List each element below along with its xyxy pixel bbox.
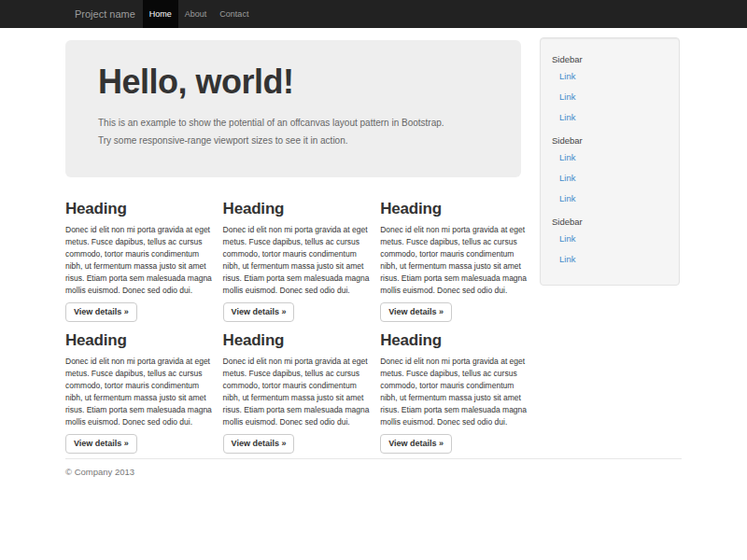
navbar-menu: Home About Contact xyxy=(143,0,256,28)
card-heading: Heading xyxy=(65,199,213,218)
card-heading: Heading xyxy=(380,330,528,350)
brand-link[interactable]: Project name xyxy=(65,0,143,28)
main-column: Hello, world! This is an example to show… xyxy=(65,28,538,454)
nav-item-home[interactable]: Home xyxy=(143,0,178,28)
content-row: Hello, world! This is an example to show… xyxy=(65,28,682,454)
card: Heading Donec id elit non mi porta gravi… xyxy=(65,177,223,322)
nav-item-contact[interactable]: Contact xyxy=(213,0,255,28)
sidebar-link[interactable]: Link xyxy=(552,66,668,87)
page-container: Hello, world! This is an example to show… xyxy=(65,28,682,484)
cards-row-2: Heading Donec id elit non mi porta gravi… xyxy=(65,322,538,454)
page-title: Hello, world! xyxy=(98,63,493,101)
sidebar-link[interactable]: Link xyxy=(552,168,668,189)
jumbotron: Hello, world! This is an example to show… xyxy=(65,40,521,177)
view-details-button[interactable]: View details » xyxy=(65,302,137,322)
card-body-text: Donec id elit non mi porta gravida at eg… xyxy=(223,224,371,297)
sidebar-group-2: Sidebar Link Link Link xyxy=(552,128,668,209)
sidebar-group-header: Sidebar xyxy=(552,45,668,66)
sidebar-link[interactable]: Link xyxy=(552,189,668,209)
sidebar-group-header: Sidebar xyxy=(552,209,668,229)
card-body-text: Donec id elit non mi porta gravida at eg… xyxy=(65,224,213,297)
view-details-button[interactable]: View details » xyxy=(380,302,452,322)
view-details-button[interactable]: View details » xyxy=(223,302,295,322)
card-body-text: Donec id elit non mi porta gravida at eg… xyxy=(223,356,371,428)
card-heading: Heading xyxy=(380,199,528,218)
card: Heading Donec id elit non mi porta gravi… xyxy=(380,322,538,454)
page-footer: © Company 2013 xyxy=(65,458,682,484)
nav-item-about[interactable]: About xyxy=(178,0,214,28)
copyright-text: © Company 2013 xyxy=(65,467,682,477)
card-body-text: Donec id elit non mi porta gravida at eg… xyxy=(65,356,213,428)
sidebar-link[interactable]: Link xyxy=(552,249,668,270)
sidebar-group-header: Sidebar xyxy=(552,128,668,147)
top-navbar: Project name Home About Contact xyxy=(0,0,747,28)
jumbotron-description: This is an example to show the potential… xyxy=(98,114,458,149)
card-heading: Heading xyxy=(223,199,371,218)
card-body-text: Donec id elit non mi porta gravida at eg… xyxy=(380,224,528,297)
card: Heading Donec id elit non mi porta gravi… xyxy=(65,322,223,454)
card: Heading Donec id elit non mi porta gravi… xyxy=(380,177,538,322)
sidebar-link[interactable]: Link xyxy=(552,107,668,128)
cards-row-1: Heading Donec id elit non mi porta gravi… xyxy=(65,177,538,322)
view-details-button[interactable]: View details » xyxy=(223,434,295,454)
navbar-container: Project name Home About Contact xyxy=(65,0,682,28)
sidebar-group-3: Sidebar Link Link xyxy=(552,209,668,270)
card-heading: Heading xyxy=(223,330,371,350)
card: Heading Donec id elit non mi porta gravi… xyxy=(223,177,381,322)
view-details-button[interactable]: View details » xyxy=(380,434,452,454)
sidebar-link[interactable]: Link xyxy=(552,147,668,168)
sidebar: Sidebar Link Link Link Sidebar Link Link… xyxy=(540,37,680,286)
card: Heading Donec id elit non mi porta gravi… xyxy=(223,322,381,454)
card-heading: Heading xyxy=(65,330,213,350)
sidebar-link[interactable]: Link xyxy=(552,87,668,107)
sidebar-link[interactable]: Link xyxy=(552,229,668,249)
sidebar-group-1: Sidebar Link Link Link xyxy=(552,45,668,128)
card-body-text: Donec id elit non mi porta gravida at eg… xyxy=(380,356,528,428)
view-details-button[interactable]: View details » xyxy=(65,434,137,454)
